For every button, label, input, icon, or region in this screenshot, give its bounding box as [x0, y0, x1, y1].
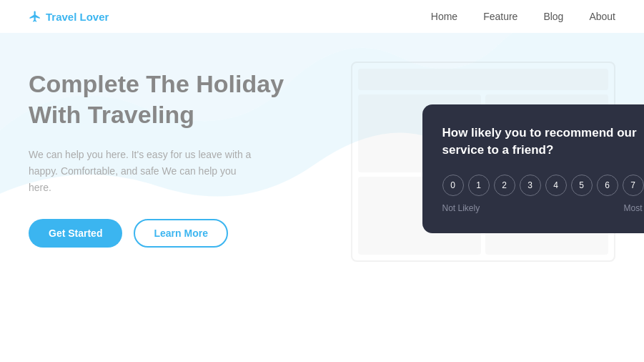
survey-question: How likely you to recommend our service …	[442, 124, 645, 159]
logo: Travel Lover	[29, 10, 109, 23]
dash-top-bar	[358, 69, 608, 90]
rating-button-2[interactable]: 2	[494, 175, 515, 196]
nav-feature[interactable]: Feature	[483, 11, 517, 22]
rating-button-4[interactable]: 4	[545, 175, 567, 196]
logo-text: Travel Lover	[46, 11, 109, 23]
nav-about[interactable]: About	[589, 11, 615, 22]
label-most-likely: Most Likely	[623, 203, 644, 213]
rating-button-0[interactable]: 0	[442, 175, 464, 196]
rating-button-3[interactable]: 3	[520, 175, 541, 196]
learn-more-button[interactable]: Learn More	[134, 219, 227, 248]
rating-button-1[interactable]: 1	[468, 175, 490, 196]
main-content: Complete The Holiday With Traveling We c…	[0, 33, 644, 319]
label-not-likely: Not Likely	[442, 203, 480, 213]
hero-left: Complete The Holiday With Traveling We c…	[29, 62, 308, 248]
rating-button-7[interactable]: 7	[623, 175, 644, 196]
rating-button-5[interactable]: 5	[571, 175, 593, 196]
headline-line2: With Traveling	[29, 101, 194, 128]
survey-card: ∨ How likely you to recommend our servic…	[422, 104, 645, 233]
rating-labels: Not Likely Most Likely	[442, 203, 645, 213]
header: Travel Lover Home Feature Blog About	[0, 0, 644, 33]
plane-icon	[29, 10, 41, 23]
get-started-button[interactable]: Get Started	[29, 219, 122, 248]
headline: Complete The Holiday With Traveling	[29, 69, 308, 129]
rating-row: 012345678910	[442, 175, 645, 196]
headline-line1: Complete The Holiday	[29, 70, 284, 97]
hero-subtext: We can help you here. It's easy for us l…	[29, 147, 257, 196]
rating-button-6[interactable]: 6	[597, 175, 618, 196]
hero-buttons: Get Started Learn More	[29, 219, 308, 248]
hero-right: ∨ How likely you to recommend our servic…	[337, 62, 616, 319]
nav-blog[interactable]: Blog	[543, 11, 563, 22]
nav-home[interactable]: Home	[431, 11, 457, 22]
nav: Home Feature Blog About	[431, 11, 615, 22]
